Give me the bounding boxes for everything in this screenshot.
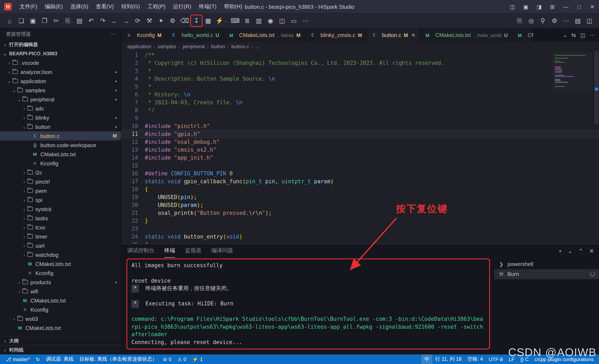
copy-output-button[interactable]: ⎘ xyxy=(514,15,525,26)
code-line-17[interactable]: 17static void gpio_callback_func(pin_t p… xyxy=(122,178,599,185)
sync-button[interactable]: ↻ xyxy=(33,355,43,364)
undo-button[interactable]: ↶ xyxy=(86,15,97,26)
code-line-15[interactable]: 15 xyxy=(122,162,599,169)
tab-kconfig[interactable]: ≡KconfigM xyxy=(122,28,166,42)
compare-icon[interactable]: ⇆ xyxy=(572,32,576,38)
panel-tab-终端[interactable]: 终端 xyxy=(164,244,175,257)
code-line-2[interactable]: 2 * Copyright (c) HiSilicon (Shanghai) T… xyxy=(122,59,599,67)
encoding[interactable]: UTF-8 xyxy=(486,355,506,364)
maximize-button[interactable]: □ xyxy=(572,0,586,13)
menu-选择-s[interactable]: 选择(S) xyxy=(67,0,92,13)
save-all-button[interactable]: ❐ xyxy=(39,15,50,26)
save-button[interactable]: ▣ xyxy=(27,15,38,26)
bug-report-button[interactable]: ◎ xyxy=(526,15,537,26)
tree-item-button-code-workspace[interactable]: {}button.code-workspace xyxy=(0,140,121,150)
tab-cmakelists-txt[interactable]: MCMakeLists.txt xyxy=(512,28,534,42)
code-line-10[interactable]: 10#include "pinctrl.h" xyxy=(122,122,599,130)
cut-button[interactable]: ✂ xyxy=(51,15,62,26)
tree-item-blinky[interactable]: ›blinky● xyxy=(0,113,121,122)
code-line-22[interactable]: 22} xyxy=(122,217,599,225)
code-line-13[interactable]: 13#include "cmsis_os2.h" xyxy=(122,146,599,154)
code-line-12[interactable]: 12#include "osal_debug.h" xyxy=(122,138,599,146)
more-actions-button[interactable]: ⋯ xyxy=(561,15,572,26)
tree-item-adc[interactable]: ›adc xyxy=(0,104,121,113)
debugger-status[interactable]: 调试器: 离线 xyxy=(43,355,76,364)
tree-item-pinctrl[interactable]: ›pinctrl xyxy=(0,177,121,186)
tree-item-cmakelists-txt[interactable]: MCMakeLists.txt xyxy=(0,323,121,332)
code-line-23[interactable]: 23 xyxy=(122,225,599,233)
tree-item-application[interactable]: ⌄application● xyxy=(0,76,121,86)
menu-运行-r[interactable]: 运行(R) xyxy=(169,0,195,13)
breadcrumb-item-button-c[interactable]: button.c xyxy=(231,44,249,50)
refresh-button[interactable]: ⟳ xyxy=(132,15,143,26)
close-button[interactable]: ✕ xyxy=(586,0,599,13)
breadcrumb-item-application[interactable]: application xyxy=(127,44,151,50)
code-line-5[interactable]: 5 * xyxy=(122,83,599,91)
code-line-1[interactable]: 1/** xyxy=(122,51,599,59)
ime-indicator[interactable]: 中 xyxy=(422,355,432,364)
layout-toggle-button[interactable]: ▤ xyxy=(572,15,583,26)
breadcrumb[interactable]: application›samples›peripheral›button›bu… xyxy=(122,42,599,51)
tree-item-analyzerjson[interactable]: ›analyzerJson● xyxy=(0,67,121,76)
breadcrumb-item-button[interactable]: button xyxy=(211,44,225,50)
chip-config-button[interactable]: ▦ xyxy=(203,15,213,26)
new-terminal-icon[interactable]: + xyxy=(558,247,562,254)
code-line-20[interactable]: 20 UNUSED(param); xyxy=(122,201,599,209)
warnings-count[interactable]: ⚠0 xyxy=(175,355,189,364)
breadcrumb-item-samples[interactable]: samples xyxy=(158,44,176,50)
tree-item-tcxo[interactable]: ›tcxo xyxy=(0,223,121,232)
code-line-3[interactable]: 3 * xyxy=(122,67,599,75)
clean-button[interactable]: ⌫ xyxy=(179,15,190,26)
project-root[interactable]: ⌄ BEARPI-PICO_H3863 xyxy=(0,49,121,58)
panel-tab-编译问题[interactable]: 编译问题 xyxy=(211,244,233,257)
terminal-entry-powershell[interactable]: ❯powershell xyxy=(494,259,599,269)
forward-button[interactable]: → xyxy=(121,15,132,26)
menu-工程-p[interactable]: 工程(P) xyxy=(144,0,169,13)
code-line-4[interactable]: 4 * Description: Button Sample Source. \… xyxy=(122,75,599,83)
back-button[interactable]: ← xyxy=(109,15,120,26)
code-line-7[interactable]: 7 * 2023-04-03, Create file. \n xyxy=(122,99,599,106)
tree-item-kconfig[interactable]: ≡Kconfig xyxy=(0,268,121,278)
menu-终端-t[interactable]: 终端(T) xyxy=(195,0,220,13)
editor-scrollbar[interactable] xyxy=(594,51,599,244)
notifications-count[interactable]: ⚡1 xyxy=(189,355,206,364)
tree-item-systick[interactable]: ›systick xyxy=(0,204,121,214)
layout-toggle-icon-1[interactable]: ◫ xyxy=(506,0,519,13)
menu-编辑-e[interactable]: 编辑(E) xyxy=(41,0,67,13)
tree-item-tasks[interactable]: ›tasks xyxy=(0,214,121,223)
timeline-section[interactable]: › 时间线 xyxy=(0,345,121,355)
layout-toggle-icon-2[interactable]: ▣ xyxy=(519,0,532,13)
code-editor[interactable]: 1/**2 * Copyright (c) HiSilicon (Shangha… xyxy=(122,51,599,244)
close-icon[interactable]: ✕ xyxy=(411,32,415,38)
tree-item-samples[interactable]: ⌄samples● xyxy=(0,86,121,95)
copy-button[interactable]: ⎘ xyxy=(62,15,73,26)
paste-button[interactable]: ▤ xyxy=(74,15,85,26)
tabs-dropdown-icon[interactable]: ⌄ xyxy=(563,32,567,38)
tab-cmakelists-txt[interactable]: MCMakeLists.txt...\hello_worldU xyxy=(420,28,512,42)
tree-item-pwm[interactable]: ›pwm xyxy=(0,186,121,195)
code-line-16[interactable]: 16#define CONFIG_BUTTON_PIN 0 xyxy=(122,169,599,178)
indent-setting[interactable]: 空格: 4 xyxy=(464,355,486,364)
tab-blinky-cmsis-c[interactable]: Cblinky_cmsis.cM xyxy=(305,28,367,42)
git-branch[interactable]: ⎇master* xyxy=(2,355,33,364)
new-file-button[interactable]: ❏ xyxy=(16,15,27,26)
explorer-more-icon[interactable]: ⋯ xyxy=(110,31,115,37)
menu-文件-f[interactable]: 文件(F) xyxy=(16,0,41,13)
code-line-24[interactable]: 24static void button_entry(void) xyxy=(122,233,599,241)
terminal-area[interactable]: All images burn successfullyreset device… xyxy=(122,257,494,355)
code-line-19[interactable]: 19 UNUSED(pin); xyxy=(122,193,599,201)
tree-item-cmakelists-txt[interactable]: MCMakeLists.txt xyxy=(0,296,121,305)
outline-section[interactable]: › 大纲 xyxy=(0,336,121,345)
editor-more-icon[interactable]: ⋯ xyxy=(590,32,595,38)
minimize-button[interactable]: — xyxy=(559,0,572,13)
breadcrumb-item-peripheral[interactable]: peripheral xyxy=(183,44,205,50)
tab-button-c[interactable]: Cbutton.cM✕ xyxy=(367,28,420,42)
tab-hello-world-c[interactable]: Chello_world.cU xyxy=(166,28,224,42)
tree-item-products[interactable]: ›products● xyxy=(0,278,121,287)
code-line-6[interactable]: 6 * History: \n xyxy=(122,91,599,99)
tree-item-watchdog[interactable]: ›watchdog xyxy=(0,250,121,259)
split-editor-icon[interactable]: ◫ xyxy=(580,32,585,38)
memory-button[interactable]: ◫ xyxy=(277,15,287,26)
tree-item-wifi[interactable]: ›wifi xyxy=(0,287,121,296)
code-line-11[interactable]: 11#include "gpio.h" xyxy=(122,130,599,138)
